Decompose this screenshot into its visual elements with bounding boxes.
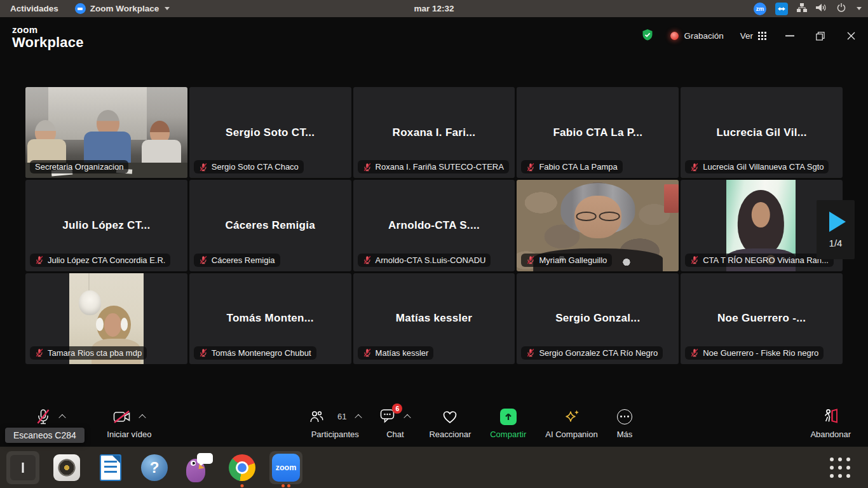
participant-tile[interactable]: Matías kessler Matías kessler: [353, 273, 515, 364]
start-video-label: Iniciar vídeo: [107, 430, 151, 439]
mic-muted-icon: [690, 163, 699, 172]
zoom-meeting-window: zoom Workplace Grabación Ver: [0, 17, 868, 447]
dock-item-terminal[interactable]: [6, 451, 39, 484]
mic-muted-icon: [690, 348, 699, 357]
participant-name-label: Secretaria Organizacion: [30, 160, 128, 173]
participant-tile[interactable]: Tomás Monten... Tomás Montenegro Chubut: [189, 273, 351, 364]
logo-workplace-text: Workplace: [12, 35, 84, 50]
start-video-button[interactable]: Iniciar vídeo: [107, 408, 151, 439]
ai-companion-button[interactable]: AI Companion: [545, 408, 597, 439]
chat-chevron[interactable]: [404, 414, 411, 421]
leave-button[interactable]: Abandonar: [810, 408, 851, 439]
participant-tile[interactable]: Sergio Soto CT... Sergio Soto CTA Chaco: [189, 87, 351, 178]
zoom-dock-icon: zoom: [272, 454, 300, 482]
tray-chevron-icon: [857, 7, 862, 10]
participant-tile[interactable]: Fabio CTA La P... Fabio CTA La Pampa: [517, 87, 679, 178]
share-screen-label: Compartir: [490, 430, 526, 439]
participant-tile[interactable]: Lucrecia Gil Vil... Lucrecia Gil Villanu…: [681, 87, 843, 178]
participants-count: 61: [337, 412, 346, 421]
participant-tile[interactable]: Julio López CT... Julio López CTA Concor…: [25, 180, 187, 271]
mic-options-chevron[interactable]: [58, 414, 65, 421]
clock[interactable]: mar 12:32: [414, 4, 454, 13]
mic-muted-icon: [36, 409, 50, 425]
chat-button[interactable]: 6 Chat: [380, 408, 410, 439]
more-button[interactable]: Más: [617, 408, 633, 439]
participant-tile[interactable]: Myriam Galleguillo: [517, 180, 679, 271]
zoom-workplace-logo: zoom Workplace: [12, 25, 84, 50]
security-shield-icon[interactable]: [641, 29, 654, 43]
participant-tile[interactable]: Sergio Gonzal... Sergio Gonzalez CTA Río…: [517, 273, 679, 364]
taskbar-dock: ? zoom: [0, 447, 868, 488]
mic-muted-icon: [363, 255, 372, 264]
share-screen-button[interactable]: Compartir: [490, 408, 526, 439]
recording-indicator: Grabación: [670, 31, 723, 41]
chat-badge: 6: [392, 403, 402, 414]
zoom-app-icon: [75, 3, 86, 14]
gnome-top-bar: Actividades Zoom Workplace mar 12:32 zm: [0, 0, 868, 17]
close-button[interactable]: [844, 29, 858, 43]
dock-item-chrome[interactable]: [226, 451, 259, 484]
participants-button[interactable]: 61 Participantes: [309, 408, 361, 439]
mic-muted-icon: [363, 163, 372, 172]
restore-button[interactable]: [813, 29, 827, 43]
system-tray[interactable]: zm: [754, 3, 862, 15]
video-gallery: Secretaria Organizacion Sergio Soto CT..…: [25, 87, 843, 364]
ceiling-lamp: [79, 290, 101, 315]
recording-label: Grabación: [684, 31, 723, 41]
react-label: Reaccionar: [429, 430, 471, 439]
participant-tile[interactable]: Secretaria Organizacion: [25, 87, 187, 178]
participant-tile[interactable]: Tamara Rios cta pba mdp: [25, 273, 187, 364]
participant-tile[interactable]: Noe Guerrero -... Noe Guerrero - Fiske R…: [681, 273, 843, 364]
participants-icon: [309, 410, 323, 423]
participant-name-label: Tamara Rios cta pba mdp: [30, 346, 147, 360]
mic-device-tooltip: Escaneos C284: [5, 428, 85, 443]
dock-item-audio-player[interactable]: [50, 451, 83, 484]
mic-muted-icon: [199, 348, 208, 357]
participant-name-label: Roxana I. Fariña SUTECO-CTERA: [358, 160, 509, 173]
participants-chevron[interactable]: [355, 414, 362, 421]
next-page-button[interactable]: 1/4: [817, 200, 855, 259]
show-applications-button[interactable]: [830, 458, 850, 478]
participant-name-label: Noe Guerrero - Fiske Rio negro: [685, 346, 824, 360]
zoom-tray-icon[interactable]: zm: [754, 3, 766, 15]
lamp-cord: [88, 273, 90, 292]
picture-frame: [664, 184, 679, 212]
activities-button[interactable]: Actividades: [6, 4, 62, 13]
participant-tile[interactable]: Roxana I. Fari... Roxana I. Fariña SUTEC…: [353, 87, 515, 178]
running-indicator: [241, 484, 244, 487]
terminal-icon: [10, 455, 36, 480]
mic-muted-icon: [35, 255, 44, 264]
teamviewer-tray-icon[interactable]: [775, 3, 788, 15]
participant-name-label: Myriam Galleguillo: [521, 254, 612, 267]
dock-item-help[interactable]: ?: [138, 451, 171, 484]
heart-icon: [442, 410, 458, 424]
person-figure: [104, 313, 121, 337]
dock-item-pidgin[interactable]: [182, 451, 215, 484]
participants-label: Participantes: [311, 430, 359, 439]
network-icon: [797, 3, 807, 15]
focused-app-menu[interactable]: Zoom Workplace: [75, 3, 170, 14]
mic-muted-icon: [199, 255, 208, 264]
video-options-chevron[interactable]: [139, 414, 146, 421]
document-icon: [100, 454, 121, 481]
dock-item-document-editor[interactable]: [94, 451, 127, 484]
page-indicator: 1/4: [829, 238, 843, 248]
view-label: Ver: [740, 31, 753, 41]
participant-name-label: Cáceres Remigia: [194, 254, 280, 267]
minimize-button[interactable]: [783, 29, 797, 43]
pidgin-icon: [184, 453, 213, 482]
participant-tile[interactable]: Cáceres Remigia Cáceres Remigia: [189, 180, 351, 271]
logo-zoom-text: zoom: [12, 25, 84, 35]
react-button[interactable]: Reaccionar: [429, 408, 471, 439]
mic-muted-icon: [35, 348, 44, 357]
view-button[interactable]: Ver: [740, 31, 766, 41]
dock-item-zoom[interactable]: zoom: [269, 451, 302, 484]
person-figure: [142, 140, 180, 165]
participant-tile[interactable]: Arnoldo-CTA S.... Arnoldo-CTA S.Luis-CON…: [353, 180, 515, 271]
participant-name-label: Fabio CTA La Pampa: [521, 160, 622, 173]
top-bar-left: Actividades Zoom Workplace: [6, 3, 170, 14]
chat-label: Chat: [386, 430, 403, 439]
mic-muted-icon: [526, 255, 535, 264]
more-ellipsis-icon: [617, 409, 632, 424]
gallery-grid-icon: [758, 32, 766, 40]
